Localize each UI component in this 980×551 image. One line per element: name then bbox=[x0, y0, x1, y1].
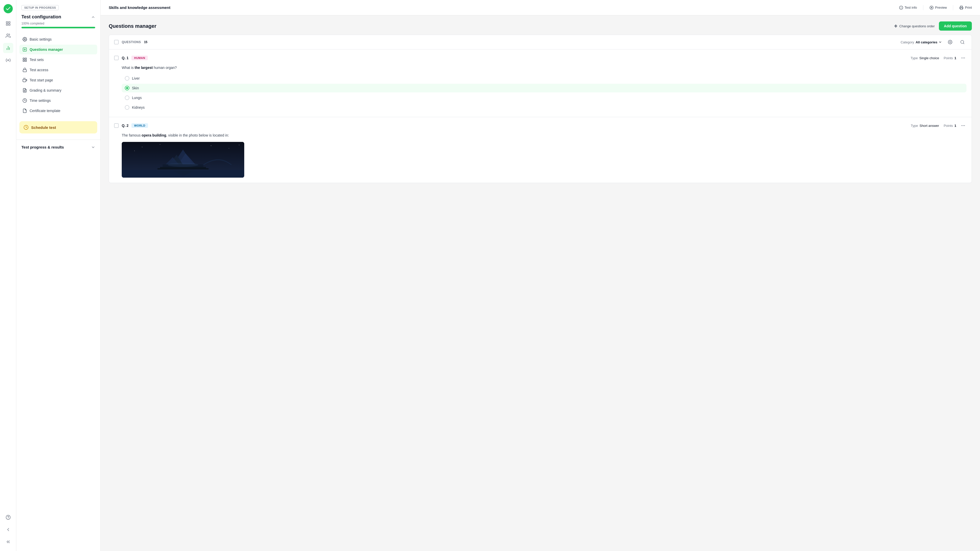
more-icon-q2 bbox=[961, 123, 966, 128]
svg-point-8 bbox=[7, 60, 9, 61]
questions-manager-area: Questions manager Change questions order… bbox=[100, 15, 980, 551]
nav-header: SETUP IN PROGRESS Test configuration 100… bbox=[16, 0, 100, 31]
print-icon bbox=[959, 6, 963, 10]
progress-track bbox=[21, 27, 95, 28]
qm-header: Questions manager Change questions order… bbox=[109, 21, 972, 30]
q1-radio-kidneys bbox=[125, 105, 129, 110]
settings-filter-button[interactable] bbox=[946, 38, 954, 46]
q1-option-liver-label: Liver bbox=[132, 76, 140, 80]
q1-radio-lungs bbox=[125, 96, 129, 100]
q1-more-button[interactable] bbox=[960, 55, 966, 61]
category-select[interactable]: All categories bbox=[916, 40, 942, 44]
nav-item-questions-manager[interactable]: Questions manager bbox=[19, 45, 97, 54]
q2-header: Q. 2 WORLD Type Short answer Points 1 bbox=[114, 122, 966, 129]
q1-options: Liver Skin Lungs Kidneys bbox=[122, 74, 966, 112]
q2-more-button[interactable] bbox=[960, 122, 966, 129]
q1-radio-skin bbox=[125, 86, 129, 90]
svg-point-33 bbox=[950, 41, 951, 43]
svg-point-37 bbox=[964, 58, 965, 58]
test-progress-section-header[interactable]: Test progress & results bbox=[16, 142, 100, 151]
sidebar-icon-users[interactable] bbox=[3, 30, 13, 41]
preview-button[interactable]: Preview bbox=[929, 6, 947, 10]
category-label: Category bbox=[900, 40, 914, 44]
q1-points-label: Points bbox=[944, 56, 953, 60]
q2-number: Q. 2 bbox=[122, 124, 128, 127]
svg-point-40 bbox=[964, 126, 965, 126]
nav-item-certificate-template[interactable]: Certificate template bbox=[19, 106, 97, 116]
section-divider bbox=[16, 140, 100, 140]
svg-line-35 bbox=[963, 43, 964, 44]
q1-option-lungs-label: Lungs bbox=[132, 96, 142, 100]
add-question-label: Add question bbox=[944, 24, 967, 28]
q2-checkbox[interactable] bbox=[114, 123, 119, 128]
print-button[interactable]: Print bbox=[959, 6, 972, 10]
schedule-test-button[interactable]: Schedule test bbox=[19, 121, 97, 134]
q2-text-bold: opera building bbox=[142, 133, 166, 137]
q1-option-liver[interactable]: Liver bbox=[122, 74, 966, 83]
settings-icon bbox=[22, 37, 27, 41]
main-content: Skills and knowledge assessment Test inf… bbox=[100, 0, 980, 551]
svg-point-59 bbox=[239, 145, 239, 145]
nav-label-questions-manager: Questions manager bbox=[30, 48, 63, 51]
svg-marker-29 bbox=[931, 7, 932, 8]
action-divider-1 bbox=[923, 5, 923, 10]
header-right: Category All categories bbox=[900, 38, 966, 46]
questions-list-header: QUESTIONS 15 Category All categories bbox=[109, 35, 972, 49]
q2-meta: Type Short answer Points 1 bbox=[911, 122, 966, 129]
qm-title: Questions manager bbox=[109, 23, 156, 29]
qm-actions: Change questions order Add question bbox=[894, 21, 972, 30]
svg-rect-49 bbox=[160, 167, 206, 168]
svg-point-54 bbox=[142, 147, 142, 147]
lock-icon bbox=[22, 68, 27, 72]
q1-radio-liver bbox=[125, 76, 129, 81]
sidebar-icon-dashboard[interactable] bbox=[3, 18, 13, 29]
nav-item-time-settings[interactable]: Time settings bbox=[19, 96, 97, 105]
q1-option-skin[interactable]: Skin bbox=[122, 84, 966, 92]
svg-point-4 bbox=[6, 34, 8, 36]
progress-fill bbox=[21, 27, 95, 28]
q1-checkbox[interactable] bbox=[114, 56, 119, 60]
question-card-2: Q. 2 WORLD Type Short answer Points 1 bbox=[109, 117, 972, 183]
select-all-checkbox[interactable] bbox=[114, 40, 119, 45]
config-title: Test configuration bbox=[21, 14, 95, 20]
questions-count-label: QUESTIONS bbox=[122, 40, 141, 44]
sets-icon bbox=[22, 57, 27, 62]
grading-icon bbox=[22, 88, 27, 92]
action-divider-2 bbox=[953, 5, 953, 10]
nav-label-test-access: Test access bbox=[30, 68, 48, 72]
schedule-test-label: Schedule test bbox=[31, 125, 56, 130]
sidebar-icon-settings[interactable] bbox=[3, 55, 13, 65]
preview-label: Preview bbox=[935, 6, 947, 10]
nav-item-test-sets[interactable]: Test sets bbox=[19, 55, 97, 65]
category-value: All categories bbox=[916, 40, 937, 44]
sidebar-icon-collapse[interactable] bbox=[3, 537, 13, 547]
q1-option-lungs[interactable]: Lungs bbox=[122, 93, 966, 102]
q2-image bbox=[122, 142, 244, 178]
svg-point-53 bbox=[168, 163, 198, 167]
nav-item-grading-summary[interactable]: Grading & summary bbox=[19, 86, 97, 95]
svg-point-12 bbox=[24, 49, 25, 50]
svg-rect-0 bbox=[6, 22, 8, 23]
q1-option-kidneys[interactable]: Kidneys bbox=[122, 103, 966, 112]
sidebar-icon-analytics[interactable] bbox=[3, 43, 13, 53]
add-question-button[interactable]: Add question bbox=[939, 21, 972, 30]
q1-header: Q. 1 HUMAN Type Single choice Points 1 bbox=[114, 55, 966, 61]
sidebar-icon-back[interactable] bbox=[3, 524, 13, 535]
svg-point-39 bbox=[963, 126, 963, 126]
nav-item-basic-settings[interactable]: Basic settings bbox=[19, 35, 97, 44]
print-label: Print bbox=[965, 6, 972, 10]
category-filter: Category All categories bbox=[900, 40, 942, 44]
nav-item-test-start-page[interactable]: Test start page bbox=[19, 75, 97, 85]
app-logo bbox=[3, 4, 13, 13]
nav-label-certificate-template: Certificate template bbox=[30, 109, 60, 113]
question-card-1: Q. 1 HUMAN Type Single choice Points 1 bbox=[109, 49, 972, 117]
sidebar-icon-help[interactable] bbox=[3, 512, 13, 522]
change-order-button[interactable]: Change questions order bbox=[894, 24, 935, 28]
search-questions-button[interactable] bbox=[958, 38, 966, 46]
q1-text: What is the largest human organ? bbox=[122, 65, 966, 70]
chevron-down-category-icon bbox=[939, 40, 942, 44]
test-info-button[interactable]: Test info bbox=[899, 6, 917, 10]
svg-rect-13 bbox=[23, 58, 24, 59]
q2-type-label: Type bbox=[911, 124, 918, 127]
nav-item-test-access[interactable]: Test access bbox=[19, 65, 97, 75]
